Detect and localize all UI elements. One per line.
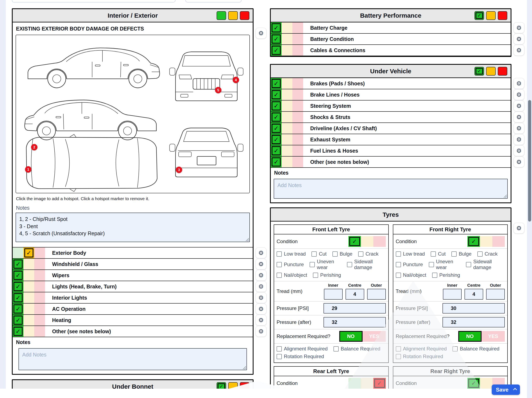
status-cell-green[interactable]: ✓ [271,45,282,56]
condition-green-cell[interactable]: ✓ [348,236,361,247]
defect-checkbox[interactable]: Crack [477,251,498,257]
replacement-yes-button[interactable]: YES [481,331,505,342]
row-settings-gear-button[interactable]: ⚙ [513,45,524,56]
defect-checkbox[interactable]: Bulge [332,251,352,257]
status-cell-amber[interactable] [24,303,34,314]
top-input-right[interactable] [185,0,241,2]
status-cell-amber[interactable] [24,292,34,303]
row-settings-gear-button[interactable]: ⚙ [256,259,266,270]
status-cell-red[interactable] [292,89,303,100]
status-cell-green[interactable]: ✓ [271,34,282,44]
requirement-checkbox[interactable]: Rotation Required [396,354,443,359]
tread-inner-input[interactable] [324,289,343,300]
row-settings-gear-button[interactable]: ⚙ [256,247,266,258]
header-status-amber-button[interactable] [486,67,496,76]
status-cell-amber[interactable] [24,281,34,292]
status-cell-red[interactable] [34,292,45,303]
status-cell-green[interactable]: ✓ [13,259,24,270]
damage-hotspot-marker[interactable]: 4 [233,77,239,83]
condition-amber-cell[interactable] [361,236,373,247]
tread-outer-input[interactable] [367,289,386,300]
row-settings-gear-button[interactable]: ⚙ [256,303,266,314]
damage-hotspot-marker[interactable]: 5 [215,87,222,93]
status-cell-red[interactable] [34,326,45,337]
status-cell-green[interactable]: ✓ [13,281,24,292]
status-cell-amber[interactable] [24,326,34,337]
header-status-red-button[interactable] [498,67,507,76]
header-status-red-button[interactable] [240,11,249,20]
defect-checkbox[interactable]: Puncture [277,259,304,270]
condition-green-cell[interactable] [348,378,361,389]
status-cell-green[interactable]: ✓ [13,315,24,326]
damage-hotspot-marker[interactable]: 2 [31,144,38,151]
status-cell-red[interactable] [292,45,303,56]
damage-hotspot-marker[interactable]: 1 [25,166,32,173]
status-cell-amber[interactable] [282,34,292,44]
tread-inner-input[interactable] [443,289,462,300]
defect-checkbox[interactable]: Low tread [396,251,425,257]
row-settings-gear-button[interactable]: ⚙ [513,112,524,122]
row-settings-gear-button[interactable]: ⚙ [513,89,524,100]
status-cell-green[interactable]: ✓ [13,292,24,303]
status-cell-green[interactable]: ✓ [271,22,282,33]
status-cell-red[interactable] [34,259,45,270]
status-cell-red[interactable] [292,134,303,145]
status-cell-amber[interactable] [282,101,292,111]
condition-amber-cell[interactable] [361,378,373,389]
status-cell-red[interactable] [292,123,303,134]
defect-checkbox[interactable]: Low tread [277,251,306,257]
header-status-green-button[interactable]: ✓ [475,11,484,20]
status-cell-red[interactable] [292,157,303,167]
status-cell-red[interactable] [292,78,303,89]
condition-amber-cell[interactable] [480,236,492,247]
status-cell-amber[interactable] [24,315,34,326]
defect-checkbox[interactable]: Uneven wear [429,259,460,270]
header-status-amber-button[interactable] [228,11,238,20]
requirement-checkbox[interactable]: Alignment Required [277,346,328,352]
damage-hotspot-marker[interactable]: 3 [176,167,182,173]
status-cell-green[interactable]: ✓ [271,78,282,89]
header-status-green-button[interactable]: ✓ [475,67,484,76]
save-button[interactable]: Save [492,385,520,395]
row-settings-gear-button[interactable]: ⚙ [256,270,266,281]
condition-amber-cell[interactable] [480,378,492,389]
defect-checkbox[interactable]: Uneven wear [310,259,341,270]
status-cell-green[interactable] [13,247,24,258]
pressure-after-input[interactable] [443,317,505,327]
requirement-checkbox[interactable]: Rotation Required [277,354,324,359]
requirement-checkbox[interactable]: Balance Required [452,346,499,352]
status-cell-green[interactable]: ✓ [271,89,282,100]
requirement-checkbox[interactable]: Balance Required [334,346,380,352]
tread-centre-input[interactable] [464,289,483,300]
status-cell-green[interactable]: ✓ [271,112,282,122]
status-cell-green[interactable]: ✓ [271,157,282,167]
status-cell-red[interactable] [292,101,303,111]
interior-add-notes-textarea[interactable] [19,348,247,370]
status-cell-green[interactable]: ✓ [271,123,282,134]
defect-checkbox[interactable]: Crack [358,251,379,257]
pressure-after-input[interactable] [323,317,386,327]
tyres-settings-gear-button[interactable]: ⚙ [513,223,524,234]
under-vehicle-add-notes-textarea[interactable] [274,179,508,199]
row-settings-gear-button[interactable]: ⚙ [256,315,266,326]
status-cell-green[interactable]: ✓ [271,101,282,111]
top-input-left[interactable] [12,0,176,2]
tread-outer-input[interactable] [486,289,505,300]
row-settings-gear-button[interactable]: ⚙ [513,101,524,111]
row-settings-gear-button[interactable]: ⚙ [256,326,266,337]
replacement-no-button[interactable]: NO [339,331,362,342]
status-cell-green[interactable]: ✓ [271,134,282,145]
header-status-red-button[interactable] [498,11,507,20]
defect-checkbox[interactable]: Sidewall damage [347,259,386,270]
defect-checkbox[interactable]: Cut [431,251,446,257]
defect-checkbox[interactable]: Nail/object [396,272,426,278]
row-settings-gear-button[interactable]: ⚙ [513,157,524,167]
condition-green-cell[interactable]: ✓ [467,378,480,389]
damage-notes-textarea[interactable]: 1, 2 - Chip/Rust Spot 3 - Dent 4, 5 - Sc… [16,213,250,242]
status-cell-red[interactable] [292,145,303,156]
status-cell-amber[interactable] [24,270,34,281]
row-settings-gear-button[interactable]: ⚙ [513,145,524,156]
defect-checkbox[interactable]: Perishing [432,272,460,278]
status-cell-green[interactable]: ✓ [271,145,282,156]
status-cell-red[interactable] [34,303,45,314]
